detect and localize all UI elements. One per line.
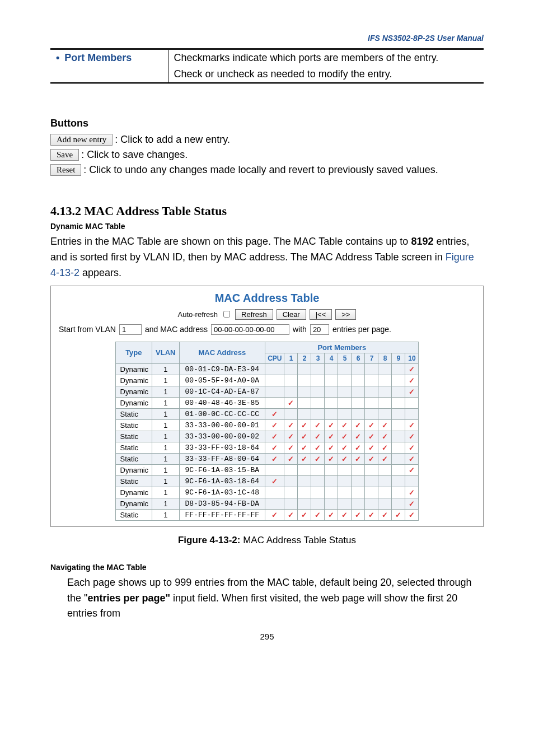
clear-button[interactable]: Clear (277, 309, 306, 320)
checkmark-icon: ✓ (409, 388, 415, 396)
cell-vlan: 1 (152, 487, 179, 498)
checkmark-icon: ✓ (271, 421, 278, 430)
cell-port: ✓ (284, 442, 298, 453)
checkmark-icon: ✓ (328, 432, 334, 441)
cell-port (365, 397, 378, 408)
cell-port (284, 363, 298, 375)
cell-vlan: 1 (152, 363, 179, 375)
cell-port (325, 487, 338, 498)
cell-port (365, 487, 378, 498)
cell-port: ✓ (298, 431, 311, 442)
auto-refresh-label: Auto-refresh (178, 310, 218, 319)
cell-mac: 33-33-00-00-00-01 (179, 419, 265, 431)
col-port: 1 (284, 353, 298, 363)
cell-port: ✓ (405, 363, 419, 375)
cell-port (352, 475, 365, 487)
cell-port: ✓ (265, 453, 284, 464)
cell-port: ✓ (405, 464, 419, 475)
add-new-entry-button[interactable]: Add new entry (50, 134, 113, 146)
cell-port (298, 487, 311, 498)
cell-port (392, 498, 405, 509)
cell-port (392, 419, 405, 431)
cell-port: ✓ (284, 431, 298, 442)
checkmark-icon: ✓ (301, 444, 307, 452)
cell-port: ✓ (405, 419, 419, 431)
def-desc-line1: Checkmarks indicate which ports are memb… (168, 49, 484, 67)
cell-port (298, 408, 311, 419)
checkmark-icon: ✓ (355, 421, 361, 430)
cell-mac: 9C-F6-1A-03-18-64 (179, 475, 265, 487)
checkmark-icon: ✓ (341, 455, 348, 463)
cell-port (325, 408, 338, 419)
cell-type: Dynamic (115, 386, 152, 397)
cell-port: ✓ (325, 509, 338, 520)
cell-port (311, 498, 325, 509)
cell-vlan: 1 (152, 419, 179, 431)
col-port-members: Port Members (265, 342, 419, 353)
cell-port: ✓ (365, 431, 378, 442)
cell-port (365, 464, 378, 475)
cell-port (392, 464, 405, 475)
cell-port (325, 375, 338, 386)
checkmark-icon: ✓ (328, 444, 334, 452)
checkmark-icon: ✓ (382, 432, 388, 441)
checkmark-icon: ✓ (271, 410, 278, 418)
cell-port: ✓ (378, 442, 392, 453)
col-type: Type (115, 342, 152, 363)
cell-port (338, 487, 352, 498)
cell-type: Dynamic (115, 375, 152, 386)
cell-mac: 01-00-0C-CC-CC-CC (179, 408, 265, 419)
cell-port (311, 475, 325, 487)
table-row: Static1FF-FF-FF-FF-FF-FF✓✓✓✓✓✓✓✓✓✓✓ (115, 509, 419, 520)
auto-refresh-checkbox[interactable] (223, 311, 230, 318)
table-row: Dynamic1D8-D3-85-94-FB-DA✓ (115, 498, 419, 509)
cell-port: ✓ (311, 431, 325, 442)
cell-port (378, 375, 392, 386)
refresh-button[interactable]: Refresh (235, 309, 273, 320)
cell-vlan: 1 (152, 431, 179, 442)
page-first-button[interactable]: |<< (310, 309, 332, 320)
cell-port: ✓ (405, 431, 419, 442)
cell-port (365, 408, 378, 419)
checkmark-icon: ✓ (341, 444, 348, 452)
entries-per-page-input[interactable] (310, 324, 329, 335)
cell-port (325, 475, 338, 487)
cell-port (325, 397, 338, 408)
cell-port: ✓ (352, 419, 365, 431)
reset-button[interactable]: Reset (50, 164, 81, 176)
subsection-dynamic-mac: Dynamic MAC Table (50, 222, 484, 231)
cell-port (352, 386, 365, 397)
cell-port: ✓ (284, 509, 298, 520)
page-next-button[interactable]: >> (335, 309, 356, 320)
cell-port: ✓ (265, 431, 284, 442)
cell-port: ✓ (352, 442, 365, 453)
def-desc-line2: Check or uncheck as needed to modify the… (168, 66, 484, 83)
cell-port (284, 408, 298, 419)
checkmark-icon: ✓ (328, 511, 334, 519)
checkmark-icon: ✓ (382, 421, 388, 430)
save-button[interactable]: Save (50, 149, 79, 161)
section-title: 4.13.2 MAC Address Table Status (50, 204, 484, 218)
cell-port (298, 363, 311, 375)
cell-port (298, 386, 311, 397)
cell-mac: 9C-F6-1A-03-15-BA (179, 464, 265, 475)
cell-port: ✓ (298, 442, 311, 453)
cell-port (352, 397, 365, 408)
start-vlan-input[interactable] (119, 324, 142, 335)
cell-port: ✓ (298, 419, 311, 431)
cell-port (265, 386, 284, 397)
cell-port: ✓ (298, 453, 311, 464)
table-row: Static101-00-0C-CC-CC-CC✓ (115, 408, 419, 419)
start-mac-input[interactable] (211, 324, 289, 335)
cell-port: ✓ (338, 442, 352, 453)
cell-port (352, 498, 365, 509)
cell-vlan: 1 (152, 475, 179, 487)
cell-port (298, 498, 311, 509)
document-header: IFS NS3502-8P-2S User Manual (50, 34, 484, 43)
cell-port (284, 464, 298, 475)
checkmark-icon: ✓ (409, 376, 415, 385)
cell-port (265, 487, 284, 498)
cell-port (365, 375, 378, 386)
cell-port: ✓ (365, 442, 378, 453)
checkmark-icon: ✓ (328, 455, 334, 463)
